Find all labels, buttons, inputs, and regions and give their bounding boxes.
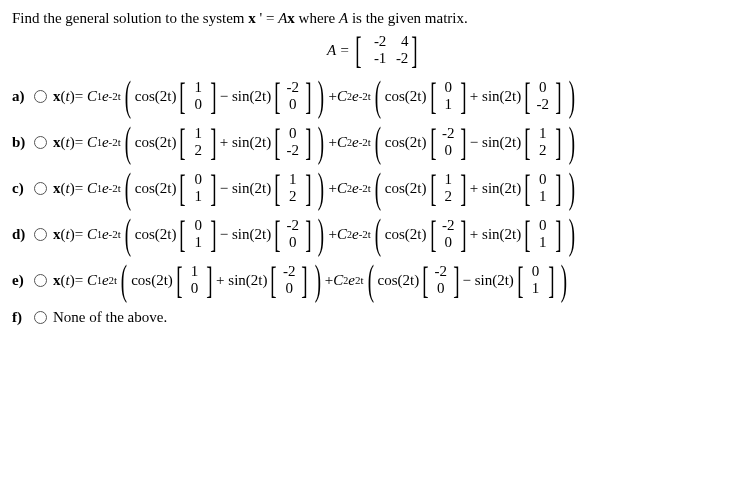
- equation: x(t)= C1e-2t ( cos(2t)[01] − sin(2t)[-20…: [53, 217, 579, 251]
- radio-icon[interactable]: [34, 228, 47, 241]
- equation: x(t)= C1e2t ( cos(2t)[10] + sin(2t)[-20]…: [53, 263, 571, 297]
- option-letter: f): [12, 309, 34, 326]
- option-a[interactable]: a) x(t)= C1e-2t ( cos(2t)[10] − sin(2t)[…: [12, 79, 736, 113]
- option-f-text: None of the above.: [53, 309, 167, 326]
- matrix-a: [ -24 -1-2 ]: [352, 33, 421, 67]
- matrix-definition: A = [ -24 -1-2 ]: [12, 33, 736, 67]
- option-letter: e): [12, 272, 34, 289]
- radio-icon[interactable]: [34, 90, 47, 103]
- radio-icon[interactable]: [34, 311, 47, 324]
- prompt-end: is the given matrix.: [352, 10, 468, 26]
- a-label: A =: [327, 42, 350, 59]
- a-11: -2: [386, 50, 408, 67]
- option-b[interactable]: b) x(t)= C1e-2t ( cos(2t)[12] + sin(2t)[…: [12, 125, 736, 159]
- option-letter: b): [12, 134, 34, 151]
- a-00: -2: [364, 33, 386, 50]
- prompt-pre: Find the general solution to the system: [12, 10, 248, 26]
- option-e[interactable]: e) x(t)= C1e2t ( cos(2t)[10] + sin(2t)[-…: [12, 263, 736, 297]
- prompt-a: A: [339, 10, 348, 26]
- radio-icon[interactable]: [34, 274, 47, 287]
- question-prompt: Find the general solution to the system …: [12, 10, 736, 27]
- option-c[interactable]: c) x(t)= C1e-2t ( cos(2t)[01] − sin(2t)[…: [12, 171, 736, 205]
- a-10: -1: [364, 50, 386, 67]
- prompt-eq: x ' = Ax: [248, 10, 295, 26]
- option-f[interactable]: f) None of the above.: [12, 309, 736, 326]
- radio-icon[interactable]: [34, 182, 47, 195]
- option-letter: d): [12, 226, 34, 243]
- option-letter: c): [12, 180, 34, 197]
- equation: x(t)= C1e-2t ( cos(2t)[10] − sin(2t)[-20…: [53, 79, 579, 113]
- option-letter: a): [12, 88, 34, 105]
- equation: x(t)= C1e-2t ( cos(2t)[01] − sin(2t)[12]…: [53, 171, 579, 205]
- equation: x(t)= C1e-2t ( cos(2t)[12] + sin(2t)[0-2…: [53, 125, 579, 159]
- prompt-post: where: [299, 10, 339, 26]
- radio-icon[interactable]: [34, 136, 47, 149]
- option-d[interactable]: d) x(t)= C1e-2t ( cos(2t)[01] − sin(2t)[…: [12, 217, 736, 251]
- a-01: 4: [386, 33, 408, 50]
